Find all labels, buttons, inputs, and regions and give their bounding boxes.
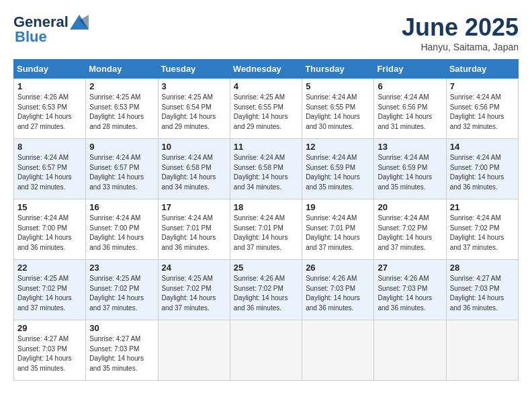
day-info: Sunrise: 4:24 AMSunset: 7:02 PMDaylight:… — [378, 214, 442, 253]
day-number: 9 — [89, 142, 154, 152]
day-info: Sunrise: 4:27 AMSunset: 7:03 PMDaylight:… — [450, 274, 515, 313]
calendar-cell: 20 Sunrise: 4:24 AMSunset: 7:02 PMDaylig… — [374, 199, 446, 260]
calendar-week-1: 1 Sunrise: 4:26 AMSunset: 6:53 PMDayligh… — [14, 79, 519, 139]
day-info: Sunrise: 4:24 AMSunset: 7:00 PMDaylight:… — [17, 214, 82, 253]
day-number: 6 — [378, 81, 442, 91]
day-info: Sunrise: 4:24 AMSunset: 6:57 PMDaylight:… — [17, 153, 82, 192]
day-number: 12 — [306, 142, 370, 152]
day-info: Sunrise: 4:24 AMSunset: 6:56 PMDaylight:… — [378, 93, 442, 132]
logo-icon — [70, 15, 89, 30]
calendar-cell: 19 Sunrise: 4:24 AMSunset: 7:01 PMDaylig… — [302, 199, 374, 260]
day-number: 30 — [89, 323, 154, 333]
title-block: June 2025 Hanyu, Saitama, Japan — [402, 13, 519, 52]
day-number: 3 — [162, 81, 226, 91]
location: Hanyu, Saitama, Japan — [402, 42, 519, 52]
calendar-cell: 17 Sunrise: 4:24 AMSunset: 7:01 PMDaylig… — [158, 199, 230, 260]
day-number: 10 — [162, 142, 226, 152]
day-header-thursday: Thursday — [302, 60, 374, 79]
calendar-cell: 6 Sunrise: 4:24 AMSunset: 6:56 PMDayligh… — [374, 79, 446, 139]
calendar-cell: 29 Sunrise: 4:27 AMSunset: 7:03 PMDaylig… — [14, 320, 86, 381]
calendar-cell: 12 Sunrise: 4:24 AMSunset: 6:59 PMDaylig… — [302, 139, 374, 199]
day-info: Sunrise: 4:25 AMSunset: 6:55 PMDaylight:… — [234, 93, 298, 132]
day-info: Sunrise: 4:24 AMSunset: 6:59 PMDaylight:… — [306, 153, 370, 192]
calendar-cell: 3 Sunrise: 4:25 AMSunset: 6:54 PMDayligh… — [158, 79, 230, 139]
calendar-week-5: 29 Sunrise: 4:27 AMSunset: 7:03 PMDaylig… — [14, 320, 519, 381]
day-info: Sunrise: 4:24 AMSunset: 7:00 PMDaylight:… — [89, 214, 154, 253]
calendar-body: 1 Sunrise: 4:26 AMSunset: 6:53 PMDayligh… — [14, 79, 519, 381]
month-title: June 2025 — [402, 13, 519, 42]
day-number: 29 — [17, 323, 82, 333]
day-info: Sunrise: 4:24 AMSunset: 6:57 PMDaylight:… — [89, 153, 154, 192]
day-number: 28 — [450, 263, 515, 273]
calendar-cell: 1 Sunrise: 4:26 AMSunset: 6:53 PMDayligh… — [14, 79, 86, 139]
day-info: Sunrise: 4:24 AMSunset: 6:59 PMDaylight:… — [378, 153, 442, 192]
calendar-header-row: SundayMondayTuesdayWednesdayThursdayFrid… — [14, 60, 519, 79]
day-number: 20 — [378, 202, 442, 212]
day-number: 23 — [89, 263, 154, 273]
day-info: Sunrise: 4:25 AMSunset: 6:54 PMDaylight:… — [162, 93, 226, 132]
calendar-cell: 8 Sunrise: 4:24 AMSunset: 6:57 PMDayligh… — [14, 139, 86, 199]
calendar-cell: 7 Sunrise: 4:24 AMSunset: 6:56 PMDayligh… — [446, 79, 518, 139]
calendar-cell: 16 Sunrise: 4:24 AMSunset: 7:00 PMDaylig… — [86, 199, 158, 260]
day-info: Sunrise: 4:24 AMSunset: 6:58 PMDaylight:… — [162, 153, 226, 192]
calendar-cell: 26 Sunrise: 4:26 AMSunset: 7:03 PMDaylig… — [302, 260, 374, 320]
day-info: Sunrise: 4:24 AMSunset: 6:56 PMDaylight:… — [450, 93, 515, 132]
calendar-cell: 13 Sunrise: 4:24 AMSunset: 6:59 PMDaylig… — [374, 139, 446, 199]
calendar-week-4: 22 Sunrise: 4:25 AMSunset: 7:02 PMDaylig… — [14, 260, 519, 320]
calendar-cell — [230, 320, 302, 381]
calendar-cell: 30 Sunrise: 4:27 AMSunset: 7:03 PMDaylig… — [86, 320, 158, 381]
day-info: Sunrise: 4:25 AMSunset: 6:53 PMDaylight:… — [89, 93, 154, 132]
day-number: 5 — [306, 81, 370, 91]
day-info: Sunrise: 4:25 AMSunset: 7:02 PMDaylight:… — [89, 274, 154, 313]
day-number: 2 — [89, 81, 154, 91]
logo-blue-text: Blue — [15, 28, 47, 46]
calendar-cell: 28 Sunrise: 4:27 AMSunset: 7:03 PMDaylig… — [446, 260, 518, 320]
calendar-cell: 11 Sunrise: 4:24 AMSunset: 6:58 PMDaylig… — [230, 139, 302, 199]
day-header-saturday: Saturday — [446, 60, 518, 79]
calendar-cell: 18 Sunrise: 4:24 AMSunset: 7:01 PMDaylig… — [230, 199, 302, 260]
day-number: 24 — [162, 263, 226, 273]
calendar-cell: 14 Sunrise: 4:24 AMSunset: 7:00 PMDaylig… — [446, 139, 518, 199]
day-number: 21 — [450, 202, 515, 212]
calendar-cell: 4 Sunrise: 4:25 AMSunset: 6:55 PMDayligh… — [230, 79, 302, 139]
day-header-monday: Monday — [86, 60, 158, 79]
calendar-cell: 22 Sunrise: 4:25 AMSunset: 7:02 PMDaylig… — [14, 260, 86, 320]
day-header-friday: Friday — [374, 60, 446, 79]
day-number: 13 — [378, 142, 442, 152]
day-info: Sunrise: 4:24 AMSunset: 7:00 PMDaylight:… — [450, 153, 515, 192]
calendar-table: SundayMondayTuesdayWednesdayThursdayFrid… — [13, 59, 519, 381]
day-info: Sunrise: 4:24 AMSunset: 7:01 PMDaylight:… — [306, 214, 370, 253]
day-header-wednesday: Wednesday — [230, 60, 302, 79]
calendar-cell: 9 Sunrise: 4:24 AMSunset: 6:57 PMDayligh… — [86, 139, 158, 199]
calendar-cell: 25 Sunrise: 4:26 AMSunset: 7:02 PMDaylig… — [230, 260, 302, 320]
calendar-cell: 24 Sunrise: 4:25 AMSunset: 7:02 PMDaylig… — [158, 260, 230, 320]
calendar-week-3: 15 Sunrise: 4:24 AMSunset: 7:00 PMDaylig… — [14, 199, 519, 260]
calendar-cell: 5 Sunrise: 4:24 AMSunset: 6:55 PMDayligh… — [302, 79, 374, 139]
page-header: General Blue June 2025 Hanyu, Saitama, J… — [13, 13, 519, 52]
day-header-tuesday: Tuesday — [158, 60, 230, 79]
calendar-cell: 21 Sunrise: 4:24 AMSunset: 7:02 PMDaylig… — [446, 199, 518, 260]
day-info: Sunrise: 4:24 AMSunset: 7:02 PMDaylight:… — [450, 214, 515, 253]
day-number: 4 — [234, 81, 298, 91]
day-number: 14 — [450, 142, 515, 152]
day-number: 7 — [450, 81, 515, 91]
day-number: 25 — [234, 263, 298, 273]
day-number: 22 — [17, 263, 82, 273]
calendar-cell: 10 Sunrise: 4:24 AMSunset: 6:58 PMDaylig… — [158, 139, 230, 199]
day-header-sunday: Sunday — [14, 60, 86, 79]
calendar-cell — [446, 320, 518, 381]
day-info: Sunrise: 4:24 AMSunset: 7:01 PMDaylight:… — [162, 214, 226, 253]
day-info: Sunrise: 4:26 AMSunset: 7:02 PMDaylight:… — [234, 274, 298, 313]
day-number: 26 — [306, 263, 370, 273]
day-info: Sunrise: 4:26 AMSunset: 6:53 PMDaylight:… — [17, 93, 82, 132]
day-number: 17 — [162, 202, 226, 212]
day-info: Sunrise: 4:27 AMSunset: 7:03 PMDaylight:… — [89, 334, 154, 373]
calendar-week-2: 8 Sunrise: 4:24 AMSunset: 6:57 PMDayligh… — [14, 139, 519, 199]
logo: General Blue — [13, 13, 89, 46]
day-number: 11 — [234, 142, 298, 152]
calendar-cell: 27 Sunrise: 4:26 AMSunset: 7:03 PMDaylig… — [374, 260, 446, 320]
calendar-cell: 15 Sunrise: 4:24 AMSunset: 7:00 PMDaylig… — [14, 199, 86, 260]
day-info: Sunrise: 4:24 AMSunset: 6:58 PMDaylight:… — [234, 153, 298, 192]
day-number: 19 — [306, 202, 370, 212]
day-info: Sunrise: 4:25 AMSunset: 7:02 PMDaylight:… — [17, 274, 82, 313]
